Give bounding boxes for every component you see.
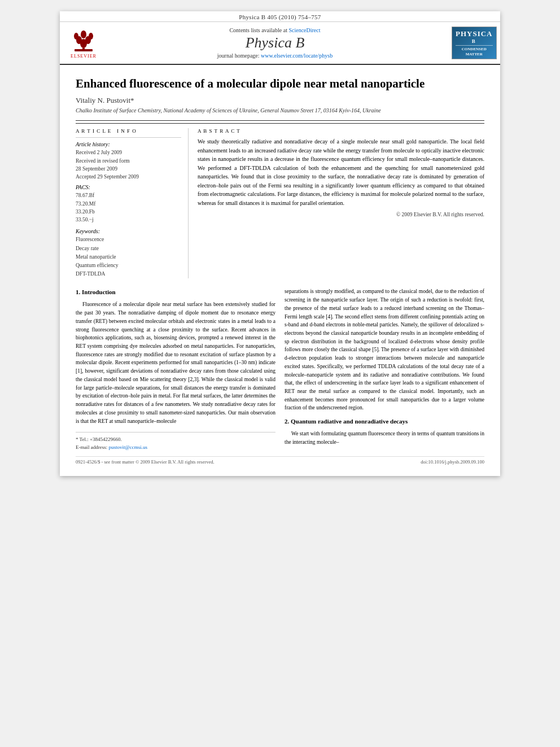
footer-issn: 0921-4526/$ - see front matter © 2009 El…: [76, 459, 215, 465]
col2-paragraph-1: separations is strongly modified, as com…: [285, 287, 484, 412]
received-revised-label: Received in revised form: [76, 157, 181, 165]
divider: [76, 120, 484, 121]
pacs-section: PACS: 78.67.Bf 73.20.Mf 33.20.Fb 33.50.−…: [76, 184, 181, 224]
copyright-line: © 2009 Elsevier B.V. All rights reserved…: [198, 212, 484, 217]
journal-center: Contents lists available at ScienceDirec…: [98, 27, 452, 59]
keywords-label: Keywords:: [76, 228, 181, 234]
abstract-label: A B S T R A C T: [198, 128, 484, 134]
elsevier-logo: ELSEVIER: [69, 28, 98, 59]
journal-homepage: journal homepage: www.elsevier.com/locat…: [98, 53, 452, 59]
footnote-email-link[interactable]: pustovit@ccmsi.us: [108, 444, 147, 450]
thin-divider: [76, 137, 181, 138]
keywords-section: Keywords: Fluorescence Decay rate Metal …: [76, 228, 181, 278]
elsevier-tree-icon: [69, 28, 98, 53]
physica-logo: PHYSICA B CONDENSEDMATTER: [452, 27, 491, 59]
journal-header: ELSEVIER Contents lists available at Sci…: [60, 22, 500, 65]
footer-info: 0921-4526/$ - see front matter © 2009 El…: [76, 456, 484, 465]
keyword-2: Decay rate: [76, 244, 181, 253]
article-info-label: A R T I C L E I N F O: [76, 128, 181, 134]
pacs-label: PACS:: [76, 184, 181, 190]
pacs-value-4: 33.50.−j: [76, 216, 181, 224]
info-section: A R T I C L E I N F O Article history: R…: [76, 123, 484, 278]
body-column-2: separations is strongly modified, as com…: [285, 287, 484, 452]
article-info-panel: A R T I C L E I N F O Article history: R…: [76, 128, 189, 278]
physica-logo-box: PHYSICA B CONDENSEDMATTER: [452, 27, 497, 59]
svg-point-6: [81, 30, 86, 38]
footnote-tel: * Tel.: +38454229660.: [76, 436, 275, 444]
svg-point-4: [74, 33, 78, 40]
article-history-label: Article history:: [76, 141, 181, 147]
sciencedirect-line: Contents lists available at ScienceDirec…: [98, 27, 452, 33]
keyword-1: Fluorescence: [76, 235, 181, 244]
svg-rect-7: [75, 49, 93, 51]
body-column-1: 1. Introduction Fluorescence of a molecu…: [76, 287, 275, 452]
journal-bar: Physica B 405 (2010) 754–757: [60, 11, 500, 22]
footnote-email: E-mail address: pustovit@ccmsi.us: [76, 444, 275, 452]
received-date: Received 2 July 2009: [76, 148, 181, 156]
footnote-area: * Tel.: +38454229660. E-mail address: pu…: [76, 432, 275, 452]
journal-citation: Physica B 405 (2010) 754–757: [239, 14, 321, 20]
pacs-value-2: 73.20.Mf: [76, 200, 181, 208]
svg-point-5: [89, 33, 93, 40]
article-affiliation: Chalko Institute of Surface Chemistry, N…: [76, 107, 484, 113]
article-content: Enhanced fluorescence of a molecular dip…: [60, 65, 500, 476]
pacs-value-1: 78.67.Bf: [76, 191, 181, 199]
col2-paragraph-2: We start with formulating quantum fluore…: [285, 430, 484, 446]
journal-title: Physica B: [98, 34, 452, 51]
abstract-text: We study theoretically radiative and non…: [198, 137, 484, 207]
article-history: Article history: Received 2 July 2009 Re…: [76, 141, 181, 181]
keyword-4: Quantum efficiency: [76, 261, 181, 270]
article-title: Enhanced fluorescence of a molecular dip…: [76, 76, 484, 91]
intro-paragraph-1: Fluorescence of a molecular dipole near …: [76, 300, 275, 425]
body-columns: 1. Introduction Fluorescence of a molecu…: [76, 287, 484, 452]
section-1-heading: 1. Introduction: [76, 287, 275, 297]
elsevier-label: ELSEVIER: [71, 54, 97, 59]
keyword-3: Metal nanoparticle: [76, 253, 181, 261]
homepage-link[interactable]: www.elsevier.com/locate/physb: [261, 53, 333, 59]
keyword-5: DFT-TDLDA: [76, 270, 181, 278]
pacs-value-3: 33.20.Fb: [76, 208, 181, 216]
article-author: Vitaliy N. Pustovit*: [76, 96, 484, 105]
page: Physica B 405 (2010) 754–757 ELSEVIER C: [60, 11, 500, 476]
footer-doi: doi:10.1016/j.physb.2009.09.100: [421, 459, 484, 465]
accepted-date: Accepted 29 September 2009: [76, 173, 181, 181]
section-2-heading: 2. Quantum radiative and nonradiative de…: [285, 417, 484, 426]
received-revised-date: 28 September 2009: [76, 165, 181, 173]
abstract-section: A B S T R A C T We study theoretically r…: [198, 128, 484, 278]
sciencedirect-link[interactable]: ScienceDirect: [288, 27, 320, 33]
